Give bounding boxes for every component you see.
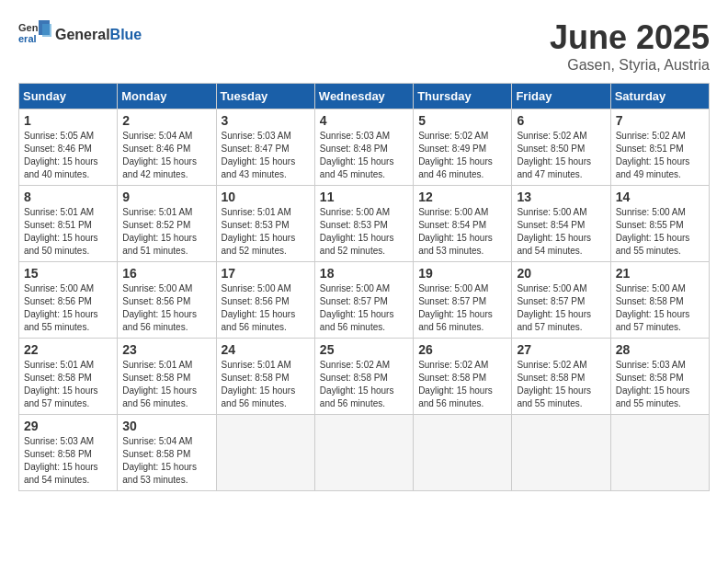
calendar-day-6: 6Sunrise: 5:02 AMSunset: 8:50 PMDaylight… <box>512 109 610 186</box>
calendar-day-28: 28Sunrise: 5:03 AMSunset: 8:58 PMDayligh… <box>610 339 709 415</box>
calendar-day-7: 7Sunrise: 5:02 AMSunset: 8:51 PMDaylight… <box>610 109 709 186</box>
calendar-day-11: 11Sunrise: 5:00 AMSunset: 8:53 PMDayligh… <box>314 186 413 262</box>
logo: Gen eral GeneralBlue <box>18 18 142 52</box>
calendar-subtitle: Gasen, Styria, Austria <box>550 57 710 74</box>
calendar-day-1: 1Sunrise: 5:05 AMSunset: 8:46 PMDaylight… <box>19 109 118 186</box>
title-area: June 2025 Gasen, Styria, Austria <box>550 18 710 74</box>
calendar-day-8: 8Sunrise: 5:01 AMSunset: 8:51 PMDaylight… <box>19 186 118 262</box>
calendar-title: June 2025 <box>550 18 710 57</box>
calendar-day-16: 16Sunrise: 5:00 AMSunset: 8:56 PMDayligh… <box>118 262 216 339</box>
calendar-day-empty <box>512 415 610 491</box>
calendar-day-2: 2Sunrise: 5:04 AMSunset: 8:46 PMDaylight… <box>118 109 216 186</box>
calendar-week-3: 22Sunrise: 5:01 AMSunset: 8:58 PMDayligh… <box>19 339 710 415</box>
calendar-day-empty <box>314 415 413 491</box>
calendar-day-19: 19Sunrise: 5:00 AMSunset: 8:57 PMDayligh… <box>414 262 512 339</box>
calendar-day-30: 30Sunrise: 5:04 AMSunset: 8:58 PMDayligh… <box>118 415 216 491</box>
calendar-day-13: 13Sunrise: 5:00 AMSunset: 8:54 PMDayligh… <box>512 186 610 262</box>
calendar-day-26: 26Sunrise: 5:02 AMSunset: 8:58 PMDayligh… <box>414 339 512 415</box>
calendar-day-21: 21Sunrise: 5:00 AMSunset: 8:58 PMDayligh… <box>610 262 709 339</box>
calendar-day-18: 18Sunrise: 5:00 AMSunset: 8:57 PMDayligh… <box>314 262 413 339</box>
calendar-day-25: 25Sunrise: 5:02 AMSunset: 8:58 PMDayligh… <box>314 339 413 415</box>
weekday-saturday: Saturday <box>610 84 709 109</box>
svg-text:eral: eral <box>18 33 37 44</box>
calendar-day-9: 9Sunrise: 5:01 AMSunset: 8:52 PMDaylight… <box>118 186 216 262</box>
calendar-day-27: 27Sunrise: 5:02 AMSunset: 8:58 PMDayligh… <box>512 339 610 415</box>
svg-text:Gen: Gen <box>18 22 39 33</box>
calendar-day-3: 3Sunrise: 5:03 AMSunset: 8:47 PMDaylight… <box>216 109 314 186</box>
calendar-week-1: 8Sunrise: 5:01 AMSunset: 8:51 PMDaylight… <box>19 186 710 262</box>
calendar-day-12: 12Sunrise: 5:00 AMSunset: 8:54 PMDayligh… <box>414 186 512 262</box>
calendar-week-2: 15Sunrise: 5:00 AMSunset: 8:56 PMDayligh… <box>19 262 710 339</box>
calendar-day-15: 15Sunrise: 5:00 AMSunset: 8:56 PMDayligh… <box>19 262 118 339</box>
calendar-week-0: 1Sunrise: 5:05 AMSunset: 8:46 PMDaylight… <box>19 109 710 186</box>
calendar-day-empty <box>414 415 512 491</box>
calendar-day-5: 5Sunrise: 5:02 AMSunset: 8:49 PMDaylight… <box>414 109 512 186</box>
calendar-day-24: 24Sunrise: 5:01 AMSunset: 8:58 PMDayligh… <box>216 339 314 415</box>
svg-marker-4 <box>42 24 51 37</box>
calendar-day-10: 10Sunrise: 5:01 AMSunset: 8:53 PMDayligh… <box>216 186 314 262</box>
calendar-day-empty <box>610 415 709 491</box>
page-header: Gen eral GeneralBlue June 2025 Gasen, St… <box>18 18 710 74</box>
calendar-day-20: 20Sunrise: 5:00 AMSunset: 8:57 PMDayligh… <box>512 262 610 339</box>
calendar-day-4: 4Sunrise: 5:03 AMSunset: 8:48 PMDaylight… <box>314 109 413 186</box>
calendar-day-23: 23Sunrise: 5:01 AMSunset: 8:58 PMDayligh… <box>118 339 216 415</box>
weekday-friday: Friday <box>512 84 610 109</box>
weekday-wednesday: Wednesday <box>314 84 413 109</box>
calendar-table: Sunday Monday Tuesday Wednesday Thursday… <box>18 83 710 491</box>
weekday-tuesday: Tuesday <box>216 84 314 109</box>
weekday-sunday: Sunday <box>19 84 118 109</box>
calendar-day-22: 22Sunrise: 5:01 AMSunset: 8:58 PMDayligh… <box>19 339 118 415</box>
calendar-day-17: 17Sunrise: 5:00 AMSunset: 8:56 PMDayligh… <box>216 262 314 339</box>
weekday-thursday: Thursday <box>414 84 512 109</box>
calendar-day-14: 14Sunrise: 5:00 AMSunset: 8:55 PMDayligh… <box>610 186 709 262</box>
calendar-day-29: 29Sunrise: 5:03 AMSunset: 8:58 PMDayligh… <box>19 415 118 491</box>
calendar-week-4: 29Sunrise: 5:03 AMSunset: 8:58 PMDayligh… <box>19 415 710 491</box>
weekday-header-row: Sunday Monday Tuesday Wednesday Thursday… <box>19 84 710 109</box>
calendar-day-empty <box>216 415 314 491</box>
weekday-monday: Monday <box>118 84 216 109</box>
